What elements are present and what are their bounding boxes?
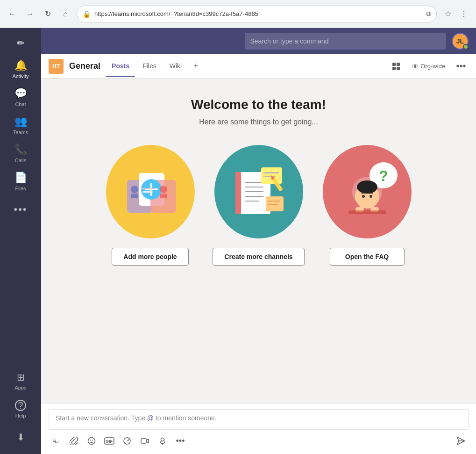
attach-icon	[70, 437, 78, 445]
actions-row: Add more people	[104, 145, 414, 266]
sidebar-item-teams[interactable]: 👥 Teams	[4, 112, 37, 138]
grid-icon	[392, 63, 400, 70]
emoji-icon	[87, 437, 96, 445]
back-button[interactable]: ←	[6, 7, 19, 21]
add-tab-button[interactable]: +	[189, 60, 202, 73]
sidebar-item-help[interactable]: ? Help	[4, 396, 37, 422]
svg-text:↙: ↙	[56, 440, 60, 444]
sidebar-item-activity[interactable]: 🔔 Activity	[4, 56, 37, 82]
compose-box[interactable]: Start a new conversation. Type @ to ment…	[49, 409, 469, 430]
browser-chrome: ← → ↻ ⌂ 🔒 ⧉ ☆ ⋮	[0, 0, 476, 28]
svg-text:?: ?	[379, 167, 388, 184]
svg-rect-42	[348, 210, 386, 214]
svg-point-46	[90, 440, 91, 441]
sidebar-label-help: Help	[15, 413, 26, 418]
org-wide-label: Org-wide	[420, 63, 445, 70]
sticker-icon	[123, 437, 131, 445]
sidebar-item-files[interactable]: 📄 Files	[4, 168, 37, 195]
grid-view-button[interactable]	[389, 59, 404, 74]
team-icon: HT	[49, 59, 64, 74]
compose-area: Start a new conversation. Type @ to ment…	[41, 403, 476, 454]
browser-actions: ☆ ⋮	[441, 7, 470, 21]
format-button[interactable]: A ↙	[49, 433, 64, 448]
tab-files[interactable]: Files	[137, 56, 162, 77]
mention-link[interactable]: @	[147, 414, 154, 422]
attach-button[interactable]	[66, 433, 81, 448]
sidebar-label-calls: Calls	[15, 158, 26, 163]
url-input[interactable]	[94, 10, 422, 17]
faq-illustration: ?	[323, 145, 412, 238]
compose-icon: ✏	[17, 37, 25, 49]
svg-rect-3	[397, 67, 400, 70]
tab-posts[interactable]: Posts	[106, 56, 135, 77]
svg-rect-24	[263, 172, 279, 173]
address-bar[interactable]: 🔒 ⧉	[77, 6, 437, 22]
sidebar-item-calls[interactable]: 📞 Calls	[4, 140, 37, 166]
svg-rect-13	[160, 194, 167, 198]
app-container: ✏ 🔔 Activity 💬 Chat 👥 Teams 📞 Calls 📄 Fi…	[0, 28, 476, 454]
tab-wiki[interactable]: Wiki	[164, 56, 187, 77]
meet-icon	[141, 437, 149, 445]
svg-point-45	[88, 438, 95, 445]
org-wide-button[interactable]: 👁 Org-wide	[407, 61, 450, 72]
calls-icon: 📞	[14, 144, 27, 156]
svg-point-38	[362, 195, 365, 198]
more-tools-button[interactable]: •••	[173, 433, 188, 448]
sidebar-label-apps: Apps	[14, 385, 26, 390]
meet-button[interactable]	[137, 433, 152, 448]
channel-header: HT General Posts Files Wiki +	[41, 54, 476, 79]
browser-menu-button[interactable]: ⋮	[457, 7, 470, 21]
chat-icon: 💬	[14, 87, 27, 100]
svg-rect-15	[142, 191, 153, 193]
header-right: JL	[452, 33, 469, 50]
add-people-card: Add more people	[104, 145, 197, 266]
teams-header: JL	[41, 28, 476, 54]
welcome-subtitle: Here are some things to get going...	[199, 118, 318, 126]
eye-icon: 👁	[412, 63, 419, 70]
sticker-button[interactable]	[120, 433, 135, 448]
sidebar-item-apps[interactable]: ⊞ Apps	[4, 368, 37, 394]
search-bar[interactable]	[245, 33, 447, 50]
open-faq-button[interactable]: Open the FAQ	[330, 248, 405, 266]
refresh-button[interactable]: ↻	[41, 7, 54, 21]
svg-point-39	[369, 195, 372, 198]
sidebar-more-button[interactable]: •••	[4, 196, 37, 223]
svg-rect-25	[263, 176, 276, 177]
svg-text:GIF: GIF	[106, 439, 113, 444]
search-input[interactable]	[250, 37, 441, 45]
svg-point-37	[357, 180, 377, 194]
welcome-area: Welcome to the team! Here are some thing…	[41, 79, 476, 403]
create-more-channels-button[interactable]: Create more channels	[213, 248, 304, 266]
faq-svg: ?	[330, 154, 405, 229]
open-faq-card: ?	[320, 145, 414, 266]
sidebar-label-files: Files	[15, 186, 26, 191]
svg-point-47	[92, 440, 93, 441]
sidebar-item-download[interactable]: ⬇	[4, 424, 37, 450]
teams-icon: 👥	[14, 115, 27, 128]
online-badge	[463, 44, 469, 50]
bookmark-star-button[interactable]: ☆	[441, 7, 455, 21]
add-more-people-button[interactable]: Add more people	[112, 248, 188, 266]
home-button[interactable]: ⌂	[59, 7, 72, 21]
forward-button[interactable]: →	[23, 7, 36, 21]
files-icon: 📄	[14, 172, 27, 184]
sidebar-label-teams: Teams	[13, 130, 28, 135]
download-icon: ⬇	[17, 432, 25, 443]
emoji-button[interactable]	[84, 433, 99, 448]
avatar[interactable]: JL	[452, 33, 469, 50]
format-icon: A ↙	[52, 437, 60, 445]
sidebar-label-activity: Activity	[13, 73, 29, 79]
new-chat-button[interactable]: ✏	[10, 33, 31, 53]
channel-area: HT General Posts Files Wiki +	[41, 54, 476, 454]
channel-more-button[interactable]: •••	[454, 59, 469, 74]
main-content: JL HT General Posts Files Wiki +	[41, 28, 476, 454]
activity-icon: 🔔	[14, 59, 27, 72]
help-icon: ?	[15, 400, 26, 411]
welcome-title: Welcome to the team!	[191, 97, 326, 112]
sidebar-top: ✏ 🔔 Activity 💬 Chat 👥 Teams 📞 Calls 📄 Fi…	[4, 28, 37, 368]
audio-button[interactable]	[155, 433, 170, 448]
send-button[interactable]	[454, 433, 469, 448]
create-channels-card: Create more channels	[212, 145, 305, 266]
gif-button[interactable]: GIF	[102, 433, 117, 448]
sidebar-item-chat[interactable]: 💬 Chat	[4, 84, 37, 110]
